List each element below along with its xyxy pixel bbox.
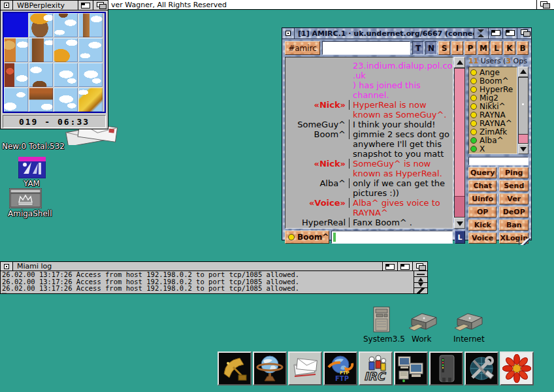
puzzle-tile-6[interactable] <box>54 38 78 62</box>
puzzle-tile-4[interactable] <box>4 38 28 62</box>
depth-icon[interactable] <box>412 262 427 270</box>
dock-item-network[interactable] <box>394 351 428 385</box>
user-list-item[interactable]: HyperRe <box>470 85 515 93</box>
depth-icon[interactable] <box>517 28 531 39</box>
toolbar-button-i[interactable]: I <box>451 41 463 55</box>
puzzle-tile-15[interactable] <box>78 88 103 112</box>
user-list-item[interactable]: Mig2 <box>470 93 515 102</box>
dock-item-tools[interactable] <box>464 351 498 385</box>
scroll-up-icon[interactable] <box>518 67 529 77</box>
lock-button[interactable]: L <box>455 231 465 244</box>
action-button-kick[interactable]: Kick <box>468 220 497 231</box>
system-drive-icon[interactable] <box>371 306 392 333</box>
puzzle-tile-1[interactable] <box>29 13 53 37</box>
puzzle-tile-3[interactable] <box>78 13 103 37</box>
chat-message-list[interactable]: 23.indium.dialup.pol.co.uk) has joined t… <box>285 57 453 229</box>
puzzle-tile-0[interactable] <box>4 13 28 37</box>
toolbar-button-n[interactable]: N <box>425 41 437 55</box>
dock-item-modem[interactable] <box>429 351 463 385</box>
dock-item-globe[interactable] <box>253 351 287 385</box>
toolbar-button-b[interactable]: B <box>517 41 529 55</box>
puzzle-tile-2[interactable] <box>54 13 78 37</box>
puzzle-tile-14[interactable] <box>54 88 78 112</box>
zoom-icon[interactable] <box>78 1 93 10</box>
work-drive-label[interactable]: Work <box>412 335 431 344</box>
miami-titlebar[interactable]: Miami log <box>1 262 427 271</box>
action-button-ping[interactable]: Ping <box>499 167 529 178</box>
channel-tab[interactable]: #amirc <box>285 41 320 55</box>
nick-filter-input[interactable] <box>468 157 529 165</box>
puzzle-tile-12[interactable] <box>4 88 28 112</box>
iconify-icon[interactable] <box>474 28 488 39</box>
scroll-down-icon[interactable] <box>518 144 529 154</box>
puzzle-tile-5[interactable] <box>29 38 53 62</box>
internet-drive-label[interactable]: Internet <box>453 335 485 344</box>
system-drive-label[interactable]: System3.5 <box>363 335 405 344</box>
toolbar-button-m[interactable]: M <box>478 41 489 55</box>
zoom-icon[interactable] <box>502 28 517 39</box>
puzzle-tile-7[interactable] <box>78 38 103 62</box>
yam-icon[interactable] <box>18 157 46 178</box>
user-list-item[interactable]: Nikki^ <box>470 102 515 110</box>
userlist-scroll-track[interactable] <box>518 77 529 135</box>
toolbar-button-t[interactable]: T <box>412 41 424 55</box>
dock-item-flower[interactable] <box>500 351 534 385</box>
puzzle-tile-13[interactable] <box>29 88 53 112</box>
scroll-up-icon[interactable] <box>454 57 465 68</box>
puzzle-tile-10[interactable] <box>54 63 78 87</box>
action-button-ver[interactable]: Ver <box>499 193 529 204</box>
user-list-item[interactable]: X <box>470 144 515 153</box>
toolbar-button-k[interactable]: K <box>504 41 515 55</box>
toolbar-button-l[interactable]: L <box>491 41 502 55</box>
action-button-ban[interactable]: Ban <box>499 220 529 231</box>
user-list[interactable]: AngeBoom^HyperReMig2Nikki^RAYNARAYNA^Zim… <box>468 67 517 154</box>
screen-depth-icon[interactable] <box>536 0 554 9</box>
action-button-voice[interactable]: Voice <box>468 233 497 244</box>
dock-item-ftp[interactable]: FTP FTP <box>323 351 357 385</box>
puzzle-tile-11[interactable] <box>78 63 103 87</box>
amigashell-label[interactable]: AmigaShell <box>8 209 52 218</box>
action-button-send[interactable]: Send <box>499 180 529 191</box>
user-list-item[interactable]: Alba^ <box>470 136 515 144</box>
action-button-query[interactable]: Query <box>468 167 497 178</box>
close-icon[interactable] <box>1 262 13 270</box>
chat-input[interactable] <box>331 231 453 244</box>
dock-item-satellite[interactable] <box>218 351 252 385</box>
user-list-item[interactable]: ZimAfk <box>470 127 515 136</box>
scroll-up-icon[interactable] <box>414 277 427 283</box>
dock-item-mail[interactable] <box>288 351 322 385</box>
work-drive-icon[interactable] <box>406 311 440 333</box>
resize-icon[interactable] <box>519 238 531 245</box>
action-button-deop[interactable]: DeOP <box>499 206 529 218</box>
own-nick-button[interactable]: Boom^ <box>285 231 329 244</box>
toolbar-button-s[interactable]: S <box>438 41 450 55</box>
amigashell-icon[interactable] <box>9 188 42 208</box>
internet-drive-icon[interactable] <box>452 311 486 333</box>
action-button-chat[interactable]: Chat <box>468 180 497 191</box>
yam-label[interactable]: YAM <box>24 179 40 188</box>
user-list-item[interactable]: RAYNA^ <box>470 119 515 127</box>
depth-icon[interactable] <box>93 1 108 10</box>
snapshot-icon[interactable] <box>488 28 502 39</box>
amirc-titlebar[interactable]: [1] AMIRC.1 · uk.undernet.org/6667 (conn… <box>282 28 531 39</box>
user-list-item[interactable]: Ange <box>470 68 515 76</box>
action-button-uinfo[interactable]: Uinfo <box>468 193 497 204</box>
action-button-op[interactable]: OP <box>468 206 497 218</box>
zoom-icon[interactable] <box>397 262 412 270</box>
chat-scroll-thumb[interactable] <box>455 69 464 197</box>
user-list-item[interactable]: Boom^ <box>470 76 515 85</box>
chat-scroll-track[interactable] <box>454 68 465 218</box>
close-icon[interactable] <box>282 28 295 39</box>
scroll-down-icon[interactable] <box>454 218 465 229</box>
toolbar-button-p[interactable]: P <box>464 41 476 55</box>
shrink-icon[interactable] <box>414 271 427 277</box>
puzzle-titlebar[interactable]: WBPerplexity <box>1 1 108 10</box>
resize-icon[interactable] <box>414 288 427 293</box>
topic-input[interactable] <box>322 41 410 55</box>
puzzle-tile-8[interactable] <box>4 63 28 87</box>
user-list-item[interactable]: RAYNA <box>470 110 515 119</box>
userlist-scroll-pink[interactable] <box>518 135 529 144</box>
mailbox-label[interactable]: New:0 Total:532 <box>2 142 65 151</box>
puzzle-tile-9[interactable] <box>29 63 53 87</box>
snapshot-icon[interactable] <box>382 262 397 270</box>
